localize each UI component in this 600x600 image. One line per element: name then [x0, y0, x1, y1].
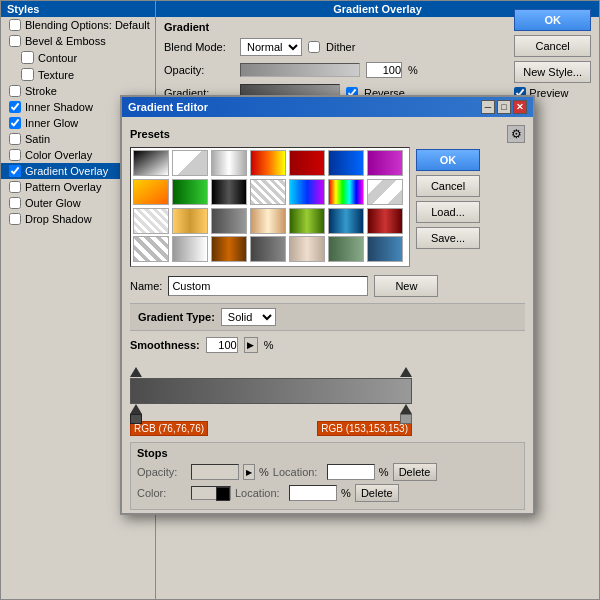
opacity-slider[interactable]: [240, 63, 360, 77]
preset-swatch-20[interactable]: [367, 208, 403, 234]
new-gradient-button[interactable]: New: [374, 275, 438, 297]
checkbox-inner-glow[interactable]: [9, 117, 21, 129]
preset-swatch-25[interactable]: [289, 236, 325, 262]
stops-color-location-input[interactable]: [289, 485, 337, 501]
stops-color-delete-button[interactable]: Delete: [355, 484, 399, 502]
preset-swatch-0[interactable]: [133, 150, 169, 176]
preset-swatch-26[interactable]: [328, 236, 364, 262]
opacity-stop-left[interactable]: [130, 367, 142, 377]
preset-swatch-9[interactable]: [211, 179, 247, 205]
preset-swatch-1[interactable]: [172, 150, 208, 176]
smoothness-label: Smoothness:: [130, 339, 200, 351]
color-stop-left-group[interactable]: [130, 404, 142, 424]
presets-label: Presets: [130, 128, 170, 140]
ge-cancel-button[interactable]: Cancel: [416, 175, 480, 197]
close-button[interactable]: ✕: [513, 100, 527, 114]
name-label: Name:: [130, 280, 162, 292]
ge-load-button[interactable]: Load...: [416, 201, 480, 223]
color-stop-right-triangle: [400, 404, 412, 414]
name-input[interactable]: [168, 276, 368, 296]
layer-item-blending[interactable]: Blending Options: Default: [1, 17, 159, 33]
opacity-label: Opacity:: [164, 64, 234, 76]
layer-item-texture[interactable]: Texture: [1, 66, 159, 83]
preset-swatch-3[interactable]: [250, 150, 286, 176]
minimize-button[interactable]: ─: [481, 100, 495, 114]
preset-swatch-21[interactable]: [133, 236, 169, 262]
gradient-editor-titlebar: Gradient Editor ─ □ ✕: [122, 97, 533, 117]
stops-opacity-pct: %: [259, 466, 269, 478]
color-stop-right-group[interactable]: [400, 404, 412, 424]
checkbox-satin[interactable]: [9, 133, 21, 145]
preset-swatch-18[interactable]: [289, 208, 325, 234]
new-style-button[interactable]: New Style...: [514, 61, 591, 83]
gradient-type-row: Gradient Type: Solid Noise: [130, 303, 525, 331]
layer-item-bevel[interactable]: Bevel & Emboss: [1, 33, 159, 49]
ge-ok-button[interactable]: OK: [416, 149, 480, 171]
checkbox-texture[interactable]: [21, 68, 34, 81]
preset-swatch-2[interactable]: [211, 150, 247, 176]
color-swatch[interactable]: [191, 486, 231, 500]
checkbox-stroke[interactable]: [9, 85, 21, 97]
blend-mode-select[interactable]: Normal: [240, 38, 302, 56]
gradient-editor-body: Presets ⚙ OK Cancel Load... Save... Name…: [122, 117, 533, 518]
titlebar-controls: ─ □ ✕: [481, 100, 527, 114]
checkbox-gradient-overlay[interactable]: [9, 165, 21, 177]
preset-swatch-7[interactable]: [133, 179, 169, 205]
main-dialog-buttons: OK Cancel New Style... Preview: [514, 9, 591, 99]
opacity-input[interactable]: [366, 62, 402, 78]
preset-swatch-11[interactable]: [289, 179, 325, 205]
preset-swatch-14[interactable]: [133, 208, 169, 234]
layer-item-contour[interactable]: Contour: [1, 49, 159, 66]
color-stop-left-box[interactable]: [130, 414, 142, 424]
color-stop-right-box[interactable]: [400, 414, 412, 424]
dither-checkbox[interactable]: [308, 41, 320, 53]
stops-opacity-input[interactable]: [191, 464, 239, 480]
preset-swatch-6[interactable]: [367, 150, 403, 176]
preset-swatch-23[interactable]: [211, 236, 247, 262]
main-ok-button[interactable]: OK: [514, 9, 591, 31]
maximize-button[interactable]: □: [497, 100, 511, 114]
opacity-stops-inputs-row: Opacity: ▶ % Location: % Delete: [137, 463, 518, 481]
ge-save-button[interactable]: Save...: [416, 227, 480, 249]
stops-opacity-location-label: Location:: [273, 466, 323, 478]
preset-swatch-16[interactable]: [211, 208, 247, 234]
gradient-type-select[interactable]: Solid Noise: [221, 308, 276, 326]
gradient-bar[interactable]: [130, 378, 412, 404]
preset-swatch-17[interactable]: [250, 208, 286, 234]
preset-swatch-10[interactable]: [250, 179, 286, 205]
checkbox-bevel[interactable]: [9, 35, 21, 47]
preset-swatch-13[interactable]: [367, 179, 403, 205]
stops-opacity-location-pct: %: [379, 466, 389, 478]
presets-grid[interactable]: [130, 147, 410, 267]
name-row: Name: New: [130, 275, 525, 297]
preset-swatch-19[interactable]: [328, 208, 364, 234]
gradient-editor-title: Gradient Editor: [128, 101, 208, 113]
checkbox-inner-shadow[interactable]: [9, 101, 21, 113]
stops-opacity-delete-button[interactable]: Delete: [393, 463, 437, 481]
stops-color-location-label: Location:: [235, 487, 285, 499]
stop-label-right: RGB (153,153,153): [317, 421, 412, 436]
smoothness-input[interactable]: [206, 337, 238, 353]
stops-opacity-location-input[interactable]: [327, 464, 375, 480]
checkbox-outer-glow[interactable]: [9, 197, 21, 209]
preset-swatch-27[interactable]: [367, 236, 403, 262]
main-cancel-button[interactable]: Cancel: [514, 35, 591, 57]
preset-swatch-5[interactable]: [328, 150, 364, 176]
checkbox-color-overlay[interactable]: [9, 149, 21, 161]
preview-label: Preview: [529, 87, 568, 99]
opacity-stop-right[interactable]: [400, 367, 412, 377]
checkbox-pattern-overlay[interactable]: [9, 181, 21, 193]
checkbox-contour[interactable]: [21, 51, 34, 64]
preset-swatch-8[interactable]: [172, 179, 208, 205]
panel-title: Styles: [1, 1, 159, 17]
checkbox-drop-shadow[interactable]: [9, 213, 21, 225]
preset-swatch-4[interactable]: [289, 150, 325, 176]
checkbox-blending[interactable]: [9, 19, 21, 31]
stops-opacity-stepper[interactable]: ▶: [243, 464, 255, 480]
presets-gear-button[interactable]: ⚙: [507, 125, 525, 143]
preset-swatch-22[interactable]: [172, 236, 208, 262]
preset-swatch-15[interactable]: [172, 208, 208, 234]
smoothness-stepper[interactable]: ▶: [244, 337, 258, 353]
preset-swatch-12[interactable]: [328, 179, 364, 205]
preset-swatch-24[interactable]: [250, 236, 286, 262]
